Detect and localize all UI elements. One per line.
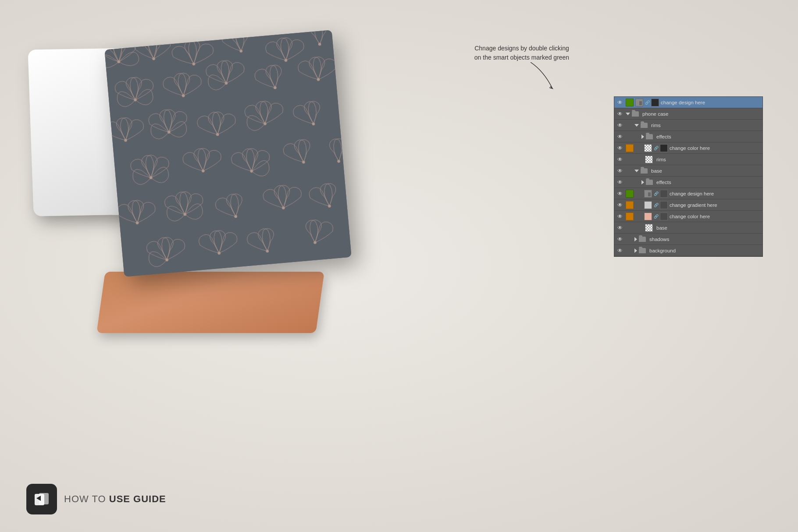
triangle-icon[interactable]: [641, 135, 644, 139]
eye-icon[interactable]: 👁: [616, 224, 624, 232]
svg-point-24: [234, 215, 237, 218]
folder-icon: [639, 248, 646, 253]
svg-point-11: [317, 78, 320, 81]
layer-change-design-top[interactable]: 👁 🔗 change design here: [614, 97, 762, 108]
layer-base-folder[interactable]: 👁 base: [614, 165, 762, 177]
eye-icon[interactable]: 👁: [616, 121, 624, 129]
pillow-scene: [26, 26, 421, 342]
eye-icon[interactable]: 👁: [616, 235, 624, 243]
howto-icon: [26, 484, 57, 514]
layer-change-color-rims[interactable]: 👁 🔗 change color here: [614, 142, 762, 154]
svg-point-28: [218, 252, 221, 255]
svg-point-16: [312, 123, 315, 126]
eye-icon[interactable]: 👁: [616, 110, 624, 118]
layer-thumb-dark-pattern: [660, 213, 668, 220]
svg-point-19: [250, 170, 253, 173]
svg-point-26: [328, 205, 331, 208]
pillow-pattern-main: [104, 30, 351, 277]
layer-thumb-smart: [635, 99, 643, 106]
svg-point-18: [202, 170, 205, 173]
link-icon: 🔗: [654, 146, 658, 150]
svg-point-14: [216, 133, 219, 136]
orange-indicator: [626, 144, 634, 152]
svg-point-23: [183, 213, 186, 216]
layer-phone-case[interactable]: 👁 phone case: [614, 108, 762, 120]
layer-label: change color here: [670, 214, 761, 219]
layer-label: rims: [656, 157, 761, 162]
svg-rect-31: [637, 100, 639, 105]
layer-rims-folder[interactable]: 👁 rims: [614, 120, 762, 131]
eye-icon[interactable]: 👁: [616, 178, 624, 186]
svg-point-21: [337, 160, 340, 163]
svg-point-22: [136, 221, 139, 224]
layer-shadows[interactable]: 👁 shadows: [614, 234, 762, 245]
layer-effects-rims[interactable]: 👁 effects: [614, 131, 762, 142]
orange-indicator: [626, 201, 634, 209]
layer-label: change design here: [670, 191, 761, 196]
svg-point-10: [274, 86, 277, 89]
triangle-icon[interactable]: [634, 170, 639, 172]
layer-thumb-dark-pattern: [660, 201, 668, 209]
svg-point-25: [282, 206, 285, 209]
layer-rims-item[interactable]: 👁 rims: [614, 154, 762, 165]
main-canvas: Chnage designs by double clicking on the…: [0, 0, 798, 532]
layer-label: rims: [651, 123, 761, 128]
folder-icon: [646, 180, 653, 185]
layer-thumb-pink: [644, 213, 652, 220]
triangle-icon[interactable]: [634, 248, 637, 253]
svg-point-4: [240, 50, 243, 53]
layer-thumb-checker: [645, 224, 653, 232]
triangle-icon[interactable]: [634, 237, 637, 241]
svg-point-30: [314, 241, 317, 244]
layer-thumb-dark-pattern: [660, 190, 668, 198]
eye-icon[interactable]: 👁: [616, 167, 624, 175]
link-icon: 🔗: [654, 203, 658, 207]
layer-thumb-dark: [660, 144, 668, 152]
eye-icon[interactable]: 👁: [616, 133, 624, 141]
layer-label: base: [656, 225, 761, 231]
svg-point-6: [318, 43, 321, 46]
howto-guide: HOW TO USE GUIDE: [26, 484, 166, 514]
eye-icon[interactable]: 👁: [616, 144, 624, 152]
svg-point-7: [134, 99, 137, 102]
layer-thumb-checker: [645, 156, 653, 163]
green-indicator: [626, 190, 634, 198]
layer-change-design-base[interactable]: 👁 🔗 change design here: [614, 188, 762, 199]
folder-icon: [641, 123, 648, 128]
eye-icon[interactable]: 👁: [616, 247, 624, 255]
layer-label: shadows: [649, 237, 761, 242]
layer-thumb-lightgray: [644, 201, 652, 209]
layer-effects-base[interactable]: 👁 effects: [614, 177, 762, 188]
layer-background[interactable]: 👁 background: [614, 245, 762, 256]
howto-label-bold: USE GUIDE: [109, 493, 166, 504]
eye-icon[interactable]: 👁: [616, 190, 624, 198]
svg-rect-32: [639, 101, 642, 105]
svg-rect-34: [648, 192, 651, 196]
triangle-icon[interactable]: [641, 180, 644, 184]
eye-icon[interactable]: 👁: [616, 201, 624, 209]
svg-point-5: [285, 59, 288, 62]
callout-text: Chnage designs by double clicking on the…: [474, 44, 570, 62]
green-indicator: [626, 99, 634, 106]
svg-point-20: [302, 161, 305, 164]
svg-point-17: [150, 176, 153, 179]
layer-base-item[interactable]: 👁 base: [614, 222, 762, 234]
pillow-orange-accent: [96, 272, 324, 333]
layer-change-color-base[interactable]: 👁 🔗 change color here: [614, 211, 762, 222]
svg-rect-33: [645, 191, 648, 196]
callout-annotation: Chnage designs by double clicking on the…: [474, 44, 570, 62]
link-icon: 🔗: [654, 192, 658, 196]
eye-icon[interactable]: 👁: [616, 99, 624, 106]
eye-icon[interactable]: 👁: [616, 156, 624, 163]
folder-icon: [639, 237, 646, 242]
layer-label: change color here: [670, 145, 761, 151]
link-icon: 🔗: [654, 214, 658, 219]
triangle-icon[interactable]: [626, 113, 630, 115]
svg-point-29: [266, 250, 269, 253]
triangle-icon[interactable]: [634, 124, 639, 127]
link-icon: 🔗: [645, 100, 649, 105]
howto-text: HOW TO USE GUIDE: [64, 493, 166, 505]
layer-change-gradient[interactable]: 👁 🔗 change gradient here: [614, 199, 762, 211]
eye-icon[interactable]: 👁: [616, 213, 624, 220]
svg-rect-0: [104, 30, 351, 277]
